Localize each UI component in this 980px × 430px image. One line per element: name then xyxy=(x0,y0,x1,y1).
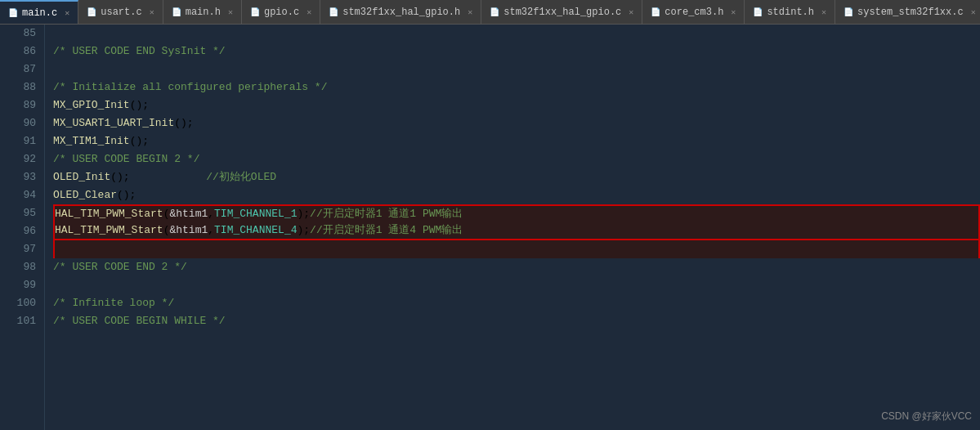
tab-close-icon[interactable]: ✕ xyxy=(468,7,472,17)
tab-label: stm32f1xx_hal_gpio.h xyxy=(342,7,460,18)
line-number-100: 100 xyxy=(0,294,44,312)
tab-core-cm3-h[interactable]: 📄core_cm3.h✕ xyxy=(642,0,745,25)
tab-label: usart.c xyxy=(101,7,141,18)
tab-label: system_stm32f1xx.c xyxy=(857,7,964,18)
file-icon: 📄 xyxy=(8,8,18,18)
line-number-96: 96 xyxy=(0,222,44,240)
code-line-100: /* Infinite loop */ xyxy=(53,294,980,312)
tab-label: stm32f1xx_hal_gpio.c xyxy=(503,7,621,18)
tab-usart-c[interactable]: 📄usart.c✕ xyxy=(78,0,163,25)
line-number-85: 85 xyxy=(0,25,44,43)
code-line-87 xyxy=(53,60,980,78)
line-number-89: 89 xyxy=(0,96,44,114)
line-number-93: 93 xyxy=(0,168,44,186)
tab-system-stm32f1xx-c[interactable]: 📄system_stm32f1xx.c✕ xyxy=(835,0,980,25)
code-line-94: OLED_Clear(); xyxy=(53,186,980,204)
file-icon: 📄 xyxy=(753,7,763,17)
file-icon: 📄 xyxy=(87,7,96,17)
tab-close-icon[interactable]: ✕ xyxy=(307,7,311,17)
code-line-90: MX_USART1_UART_Init(); xyxy=(53,114,980,132)
tab-close-icon[interactable]: ✕ xyxy=(629,7,633,17)
tab-close-icon[interactable]: ✕ xyxy=(971,7,976,17)
tab-label: main.h xyxy=(186,7,221,18)
file-icon: 📄 xyxy=(490,7,499,17)
tab-close-icon[interactable]: ✕ xyxy=(65,8,69,18)
code-line-101: /* USER CODE BEGIN WHILE */ xyxy=(53,312,980,330)
tab-main-h[interactable]: 📄main.h✕ xyxy=(163,0,242,25)
line-number-98: 98 xyxy=(0,258,44,276)
tab-gpio-c[interactable]: 📄gpio.c✕ xyxy=(242,0,320,25)
code-line-95: HAL_TIM_PWM_Start(&htim1,TIM_CHANNEL_1);… xyxy=(53,204,980,222)
tab-label: main.c xyxy=(22,7,57,19)
line-number-87: 87 xyxy=(0,60,44,78)
tab-close-icon[interactable]: ✕ xyxy=(821,7,826,17)
file-icon: 📄 xyxy=(172,7,181,17)
tab-label: gpio.c xyxy=(264,7,299,18)
line-number-95: 95 xyxy=(0,204,44,222)
code-line-92: /* USER CODE BEGIN 2 */ xyxy=(53,150,980,168)
tab-close-icon[interactable]: ✕ xyxy=(150,7,154,17)
code-line-93: OLED_Init(); //初始化OLED xyxy=(53,168,980,186)
tab-bar: 📄main.c✕📄usart.c✕📄main.h✕📄gpio.c✕📄stm32f… xyxy=(0,0,980,25)
file-icon: 📄 xyxy=(329,7,338,17)
file-icon: 📄 xyxy=(844,7,853,17)
line-number-99: 99 xyxy=(0,276,44,294)
code-line-98: /* USER CODE END 2 */ xyxy=(53,258,980,276)
line-number-91: 91 xyxy=(0,132,44,150)
line-number-101: 101 xyxy=(0,312,44,330)
watermark: CSDN @好家伙VCC xyxy=(881,410,972,423)
code-line-91: MX_TIM1_Init(); xyxy=(53,132,980,150)
tab-label: stdint.h xyxy=(767,7,814,18)
code-line-86: /* USER CODE END SysInit */ xyxy=(53,43,980,60)
code-line-85 xyxy=(53,25,980,43)
tab-label: core_cm3.h xyxy=(665,7,723,18)
line-number-97: 97 xyxy=(0,240,44,258)
tab-close-icon[interactable]: ✕ xyxy=(228,7,233,17)
file-icon: 📄 xyxy=(651,7,660,17)
line-number-90: 90 xyxy=(0,114,44,132)
code-line-88: /* Initialize all configured peripherals… xyxy=(53,78,980,96)
line-number-gutter: 858687888990919293949596979899100101 xyxy=(0,25,45,430)
tab-stm32f1xx-hal-gpio-c[interactable]: 📄stm32f1xx_hal_gpio.c✕ xyxy=(481,0,642,25)
line-number-86: 86 xyxy=(0,43,44,60)
tab-main-c[interactable]: 📄main.c✕ xyxy=(0,0,78,25)
line-number-94: 94 xyxy=(0,186,44,204)
code-area: 858687888990919293949596979899100101 /* … xyxy=(0,25,980,430)
tab-stdint-h[interactable]: 📄stdint.h✕ xyxy=(745,0,835,25)
file-icon: 📄 xyxy=(250,7,260,17)
code-line-96: HAL_TIM_PWM_Start(&htim1,TIM_CHANNEL_4);… xyxy=(53,222,980,240)
line-number-92: 92 xyxy=(0,150,44,168)
code-line-99 xyxy=(53,276,980,294)
code-content: /* USER CODE END SysInit */ /* Initializ… xyxy=(45,25,980,430)
code-line-89: MX_GPIO_Init(); xyxy=(53,96,980,114)
tab-close-icon[interactable]: ✕ xyxy=(731,7,736,17)
code-line-97 xyxy=(53,240,980,258)
tab-stm32f1xx-hal-gpio-h[interactable]: 📄stm32f1xx_hal_gpio.h✕ xyxy=(320,0,481,25)
line-number-88: 88 xyxy=(0,78,44,96)
